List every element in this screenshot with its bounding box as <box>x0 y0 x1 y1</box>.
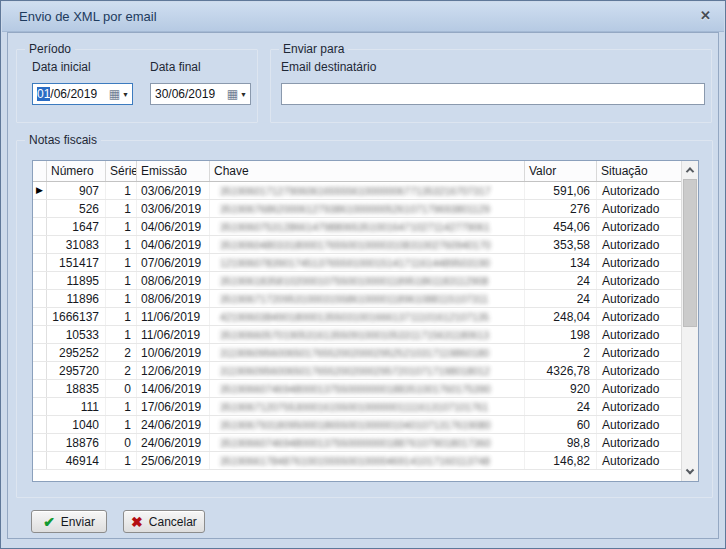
cell-chave-blurred[interactable]: 3119060956006501765520020002957201071719… <box>210 362 525 379</box>
table-row[interactable]: 295252 2 10/06/2019 31190609560065017655… <box>33 344 681 362</box>
cell-serie[interactable]: 1 <box>106 236 137 253</box>
cell-valor[interactable]: 248,04 <box>525 308 597 325</box>
scroll-down-icon[interactable] <box>682 464 698 481</box>
cell-emissao[interactable]: 11/06/2019 <box>137 308 210 325</box>
cell-emissao[interactable]: 04/06/2019 <box>137 236 210 253</box>
cell-valor[interactable]: 353,58 <box>525 236 597 253</box>
cell-chave-blurred[interactable]: 3519067172095310003155861000011896108811… <box>210 290 525 307</box>
cell-serie[interactable]: 2 <box>106 362 137 379</box>
cell-numero[interactable]: 11896 <box>47 290 106 307</box>
cell-chave-blurred[interactable]: 3519066178487610015555001000046914101716… <box>210 452 525 469</box>
header-valor[interactable]: Valor <box>525 161 597 181</box>
table-row[interactable]: 1040 1 24/06/2019 3519067931809500018655… <box>33 416 681 434</box>
cell-chave-blurred[interactable]: 3519066074694800013755000000018876107901… <box>210 434 525 451</box>
cell-numero[interactable]: 18876 <box>47 434 106 451</box>
cell-chave-blurred[interactable]: 3119060956006501765520020002952521031711… <box>210 344 525 361</box>
header-serie[interactable]: Série <box>106 161 137 181</box>
cell-serie[interactable]: 0 <box>106 434 137 451</box>
cell-situacao[interactable]: Autorizado <box>597 236 681 253</box>
cell-serie[interactable]: 2 <box>106 344 137 361</box>
cell-chave-blurred[interactable]: 1219060783901745137655910001514171161448… <box>210 254 525 271</box>
cell-situacao[interactable]: Autorizado <box>597 200 681 217</box>
cell-chave-blurred[interactable]: 3519060753128661479880653510016471027114… <box>210 218 525 235</box>
cell-situacao[interactable]: Autorizado <box>597 380 681 397</box>
table-row[interactable]: 11896 1 08/06/2019 351906717209531000315… <box>33 290 681 308</box>
cell-emissao[interactable]: 11/06/2019 <box>137 326 210 343</box>
cell-numero[interactable]: 151417 <box>47 254 106 271</box>
cell-valor[interactable]: 591,06 <box>525 182 597 199</box>
table-row[interactable]: ▶ 907 1 03/06/2019 351906017127906061655… <box>33 182 681 200</box>
table-row[interactable]: 1647 1 04/06/2019 3519060753128661479880… <box>33 218 681 236</box>
cell-situacao[interactable]: Autorizado <box>597 416 681 433</box>
cell-situacao[interactable]: Autorizado <box>597 452 681 469</box>
cell-chave-blurred[interactable]: 3519060171279060616555561000000677135321… <box>210 182 525 199</box>
scrollbar-thumb[interactable] <box>683 179 697 327</box>
cell-numero[interactable]: 1040 <box>47 416 106 433</box>
cell-chave-blurred[interactable]: 3519066074694800013755000000018835100176… <box>210 380 525 397</box>
cell-emissao[interactable]: 03/06/2019 <box>137 182 210 199</box>
enviar-button[interactable]: ✔ Enviar <box>31 510 107 533</box>
cell-situacao[interactable]: Autorizado <box>597 398 681 415</box>
chevron-down-icon[interactable]: ▼ <box>240 91 247 98</box>
cell-emissao[interactable]: 08/06/2019 <box>137 272 210 289</box>
cell-serie[interactable]: 0 <box>106 380 137 397</box>
cell-valor[interactable]: 98,8 <box>525 434 597 451</box>
cell-numero[interactable]: 46914 <box>47 452 106 469</box>
cell-valor[interactable]: 60 <box>525 416 597 433</box>
header-chave[interactable]: Chave <box>210 161 525 181</box>
cell-numero[interactable]: 31083 <box>47 236 106 253</box>
cell-valor[interactable]: 24 <box>525 272 597 289</box>
calendar-icon[interactable]: ▦ <box>227 88 238 100</box>
cell-chave-blurred[interactable]: 4219060384901800013550310016661371110161… <box>210 308 525 325</box>
vertical-scrollbar[interactable] <box>681 161 698 481</box>
cell-situacao[interactable]: Autorizado <box>597 254 681 271</box>
email-field[interactable] <box>281 83 705 105</box>
table-row[interactable]: 18835 0 14/06/2019 351906607469480001375… <box>33 380 681 398</box>
cell-valor[interactable]: 920 <box>525 380 597 397</box>
cell-situacao[interactable]: Autorizado <box>597 290 681 307</box>
cell-emissao[interactable]: 08/06/2019 <box>137 290 210 307</box>
data-final-input[interactable]: 30/06/2019 ▦ ▼ <box>150 83 251 105</box>
cell-situacao[interactable]: Autorizado <box>597 308 681 325</box>
cell-numero[interactable]: 526 <box>47 200 106 217</box>
cell-serie[interactable]: 1 <box>106 290 137 307</box>
table-row[interactable]: 10533 1 11/06/2019 351906605701905316135… <box>33 326 681 344</box>
table-row[interactable]: 46914 1 25/06/2019 351906617848761001555… <box>33 452 681 470</box>
cell-serie[interactable]: 1 <box>106 200 137 217</box>
table-row[interactable]: 31083 1 04/06/2019 351906048033180001765… <box>33 236 681 254</box>
cell-emissao[interactable]: 17/06/2019 <box>137 398 210 415</box>
cell-valor[interactable]: 454,06 <box>525 218 597 235</box>
cell-situacao[interactable]: Autorizado <box>597 182 681 199</box>
cell-valor[interactable]: 2 <box>525 344 597 361</box>
cell-emissao[interactable]: 12/06/2019 <box>137 362 210 379</box>
cell-numero[interactable]: 1666137 <box>47 308 106 325</box>
cell-chave-blurred[interactable]: 3519067120755300016155001000000111161310… <box>210 398 525 415</box>
cell-numero[interactable]: 295720 <box>47 362 106 379</box>
cell-numero[interactable]: 1647 <box>47 218 106 235</box>
title-bar[interactable]: Envio de XML por email ✕ <box>2 2 724 32</box>
cell-valor[interactable]: 134 <box>525 254 597 271</box>
cell-serie[interactable]: 1 <box>106 452 137 469</box>
data-inicial-input[interactable]: 01/06/2019 ▦ ▼ <box>32 83 133 105</box>
cell-emissao[interactable]: 24/06/2019 <box>137 416 210 433</box>
table-row[interactable]: 526 1 03/06/2019 35190676862000612793861… <box>33 200 681 218</box>
header-numero[interactable]: Número <box>47 161 106 181</box>
cell-chave-blurred[interactable]: 3519060480331800017655001000031083100276… <box>210 236 525 253</box>
cell-situacao[interactable]: Autorizado <box>597 362 681 379</box>
cell-serie[interactable]: 1 <box>106 416 137 433</box>
table-row[interactable]: 295720 2 12/06/2019 31190609560065017655… <box>33 362 681 380</box>
cell-valor[interactable]: 4326,78 <box>525 362 597 379</box>
cell-emissao[interactable]: 10/06/2019 <box>137 344 210 361</box>
cell-serie[interactable]: 1 <box>106 326 137 343</box>
cell-emissao[interactable]: 25/06/2019 <box>137 452 210 469</box>
close-icon[interactable]: ✕ <box>700 8 711 23</box>
cell-valor[interactable]: 146,82 <box>525 452 597 469</box>
table-row[interactable]: 151417 1 07/06/2019 12190607839017451376… <box>33 254 681 272</box>
cell-serie[interactable]: 1 <box>106 254 137 271</box>
cell-serie[interactable]: 1 <box>106 308 137 325</box>
table-row[interactable]: 11895 1 08/06/2019 351906183581020001075… <box>33 272 681 290</box>
cell-numero[interactable]: 111 <box>47 398 106 415</box>
cell-numero[interactable]: 11895 <box>47 272 106 289</box>
cell-numero[interactable]: 295252 <box>47 344 106 361</box>
header-situacao[interactable]: Situação <box>597 161 681 181</box>
